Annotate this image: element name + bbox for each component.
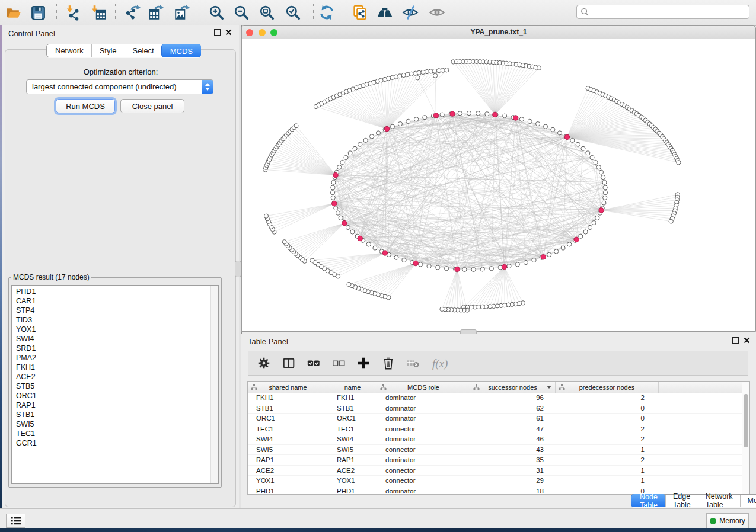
control-panel-tabs: NetworkStyleSelectMCDS — [46, 44, 201, 57]
hide-selected-eye-icon[interactable] — [400, 2, 420, 23]
mcds-result-title: MCDS result (17 nodes) — [11, 273, 91, 281]
control-panel-tab[interactable]: Style — [91, 44, 125, 57]
network-graph — [242, 39, 755, 331]
memory-button[interactable]: Memory — [706, 513, 749, 528]
control-panel-tab[interactable]: MCDS — [161, 44, 201, 57]
table-tab[interactable]: Network Table — [698, 495, 740, 507]
table-column-header[interactable]: MCDS role — [377, 382, 470, 393]
desktop-wallpaper-strip — [0, 527, 756, 532]
mcds-result-item[interactable]: FKH1 — [16, 363, 218, 372]
zoom-selected-icon[interactable] — [283, 2, 303, 23]
mcds-result-item[interactable]: RAP1 — [16, 400, 218, 410]
table-tab[interactable]: Motifs — [740, 495, 756, 507]
network-column-icon — [380, 384, 387, 390]
optimization-criterion-select[interactable]: largest connected component (undirected) — [26, 79, 213, 94]
search-input[interactable] — [592, 7, 749, 17]
table-column-header[interactable]: successor nodes — [470, 382, 556, 393]
table-row[interactable]: ORC1 ORC1 dominator 61 0 — [248, 414, 742, 424]
mcds-result-item[interactable]: PMA2 — [16, 353, 218, 363]
table-row[interactable]: TEC1 TEC1 connector 47 2 — [248, 424, 742, 435]
mcds-result-item[interactable]: CAR1 — [16, 296, 218, 306]
close-panel-icon[interactable] — [225, 29, 232, 36]
table-header-row: shared name name MCDS role — [248, 382, 742, 393]
table-panel: Table Panel — [241, 334, 756, 508]
close-panel-icon[interactable] — [744, 337, 750, 344]
export-image-icon[interactable] — [172, 2, 192, 23]
sort-descending-icon — [547, 386, 551, 389]
mcds-result-item[interactable]: STB1 — [16, 410, 218, 419]
mcds-result-item[interactable]: ORC1 — [16, 391, 218, 400]
mcds-result-item[interactable]: STB5 — [16, 382, 218, 391]
toolbar-separator — [202, 4, 202, 21]
import-table-icon[interactable] — [88, 2, 109, 23]
network-column-icon — [559, 384, 565, 390]
table-row[interactable]: PHD1 PHD1 dominator 18 0 — [248, 486, 742, 495]
table-row[interactable]: YOX1 YOX1 connector 29 1 — [248, 476, 742, 486]
network-canvas[interactable] — [242, 39, 755, 331]
zoom-out-icon[interactable] — [231, 2, 251, 23]
control-panel-tab[interactable]: Network — [47, 44, 91, 57]
task-history-button[interactable] — [6, 514, 25, 528]
table-row[interactable]: ACE2 ACE2 connector 31 1 — [248, 466, 742, 476]
table-scrollbar[interactable] — [742, 382, 749, 494]
status-bar: Memory — [0, 508, 756, 528]
toolbar-separator — [115, 4, 116, 21]
gear-icon[interactable] — [256, 355, 272, 371]
table-row[interactable]: RAP1 RAP1 dominator 35 2 — [248, 455, 742, 466]
table-column-header[interactable]: predecessor nodes — [556, 382, 659, 393]
search-field[interactable] — [576, 5, 749, 19]
table-tab[interactable]: Node Table — [631, 494, 666, 507]
table-scrollbar-thumb[interactable] — [744, 394, 748, 447]
zoom-fit-icon[interactable] — [257, 2, 277, 23]
delete-table-icon[interactable] — [405, 355, 422, 371]
select-all-icon[interactable] — [305, 355, 322, 371]
mcds-result-item[interactable]: PHD1 — [16, 287, 218, 296]
mcds-result-item[interactable]: ACE2 — [16, 372, 218, 382]
export-network-icon[interactable] — [123, 2, 143, 23]
toolbar-separator — [343, 4, 343, 21]
table-row[interactable]: SWI4 SWI4 dominator 46 2 — [248, 434, 742, 445]
open-file-icon[interactable] — [3, 2, 23, 23]
mcds-result-item[interactable]: SWI5 — [16, 419, 218, 429]
table-column-header[interactable]: name — [328, 382, 377, 393]
table-column-header[interactable]: shared name — [248, 382, 328, 393]
main-toolbar — [0, 0, 756, 26]
mcds-result-item[interactable]: YOX1 — [16, 325, 218, 334]
mcds-result-item[interactable]: TID3 — [16, 315, 218, 325]
binoculars-icon[interactable] — [375, 2, 395, 23]
table-row[interactable]: STB1 STB1 dominator 62 0 — [248, 403, 742, 414]
table-row[interactable]: SWI5 SWI5 connector 43 1 — [248, 445, 742, 456]
mcds-result-listbox[interactable]: PHD1CAR1STP4TID3YOX1SWI4SRD1PMA2FKH1ACE2… — [11, 285, 219, 484]
list-scrollbar[interactable] — [210, 286, 218, 483]
mcds-result-item[interactable]: SRD1 — [16, 344, 218, 353]
control-panel-tab[interactable]: Select — [125, 44, 162, 57]
network-window-titlebar[interactable]: YPA_prune.txt_1 — [242, 26, 755, 40]
network-window-title: YPA_prune.txt_1 — [242, 28, 755, 36]
split-columns-icon[interactable] — [280, 355, 297, 371]
svg-text:f(x): f(x) — [432, 357, 448, 370]
control-panel: Control Panel NetworkStyleSelectMCDS Opt… — [2, 25, 239, 508]
delete-column-icon[interactable] — [380, 355, 397, 371]
run-mcds-button[interactable]: Run MCDS — [56, 99, 115, 113]
deselect-all-icon[interactable] — [330, 355, 347, 371]
vertical-splitter-grip[interactable] — [235, 261, 241, 277]
save-icon[interactable] — [28, 2, 48, 23]
close-panel-button[interactable]: Close panel — [120, 99, 184, 113]
mcds-result-item[interactable]: STP4 — [16, 306, 218, 315]
search-icon — [580, 8, 589, 17]
duplicate-network-icon[interactable] — [350, 2, 370, 23]
float-panel-icon[interactable] — [732, 337, 739, 344]
application-window: Control Panel NetworkStyleSelectMCDS Opt… — [0, 0, 756, 532]
mcds-result-item[interactable]: GCR1 — [16, 438, 218, 448]
export-table-icon[interactable] — [146, 2, 166, 23]
mcds-result-item[interactable]: TEC1 — [16, 429, 218, 438]
mcds-result-item[interactable]: SWI4 — [16, 334, 218, 344]
zoom-in-icon[interactable] — [206, 2, 227, 23]
table-tab[interactable]: Edge Table — [665, 495, 698, 507]
float-panel-icon[interactable] — [214, 29, 221, 36]
refresh-icon[interactable] — [317, 2, 337, 23]
table-row[interactable]: FKH1 FKH1 dominator 96 2 — [248, 393, 742, 403]
show-all-eye-icon[interactable] — [427, 2, 447, 23]
add-column-icon[interactable] — [355, 355, 372, 371]
import-network-icon[interactable] — [63, 2, 83, 23]
